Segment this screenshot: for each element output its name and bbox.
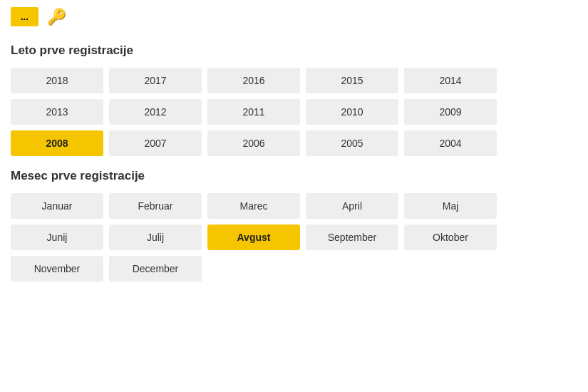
month-button-November[interactable]: November [11,256,103,282]
month-button-Februar[interactable]: Februar [109,193,202,219]
year-section: Leto prve registracije 20182017201620152… [11,43,577,156]
month-button-September[interactable]: September [306,225,398,250]
month-grid: JanuarFebruarMarecAprilMajJunijJulijAvgu… [11,193,577,282]
year-grid: 2018201720162015201420132012201120102009… [11,68,577,156]
year-button-2004[interactable]: 2004 [404,130,497,156]
year-button-2005[interactable]: 2005 [306,130,398,156]
month-button-Marec[interactable]: Marec [207,193,300,219]
year-button-2018[interactable]: 2018 [11,68,103,93]
year-button-2008[interactable]: 2008 [11,130,103,156]
top-bar: ... 🔑 [11,7,577,31]
month-button-Maj[interactable]: Maj [404,193,497,219]
year-button-2007[interactable]: 2007 [109,130,202,156]
year-button-2011[interactable]: 2011 [207,99,300,125]
month-button-Januar[interactable]: Januar [11,193,103,219]
year-button-2014[interactable]: 2014 [404,68,497,93]
month-section-title: Mesec prve registracije [11,169,577,183]
key-icon: 🔑 [47,8,66,26]
year-section-title: Leto prve registracije [11,43,577,58]
month-button-Avgust[interactable]: Avgust [207,225,300,250]
year-button-2015[interactable]: 2015 [306,68,398,93]
year-button-2012[interactable]: 2012 [109,99,202,125]
top-bar-button[interactable]: ... [11,7,38,26]
year-button-2016[interactable]: 2016 [207,68,300,93]
month-button-April[interactable]: April [306,193,398,219]
month-button-Oktober[interactable]: Oktober [404,225,497,250]
month-button-December[interactable]: December [109,256,202,282]
year-button-2017[interactable]: 2017 [109,68,202,93]
year-button-2006[interactable]: 2006 [207,130,300,156]
year-button-2013[interactable]: 2013 [11,99,103,125]
month-button-Julij[interactable]: Julij [109,225,202,250]
month-button-Junij[interactable]: Junij [11,225,103,250]
month-section: Mesec prve registracije JanuarFebruarMar… [11,169,577,282]
year-button-2009[interactable]: 2009 [404,99,497,125]
year-button-2010[interactable]: 2010 [306,99,398,125]
